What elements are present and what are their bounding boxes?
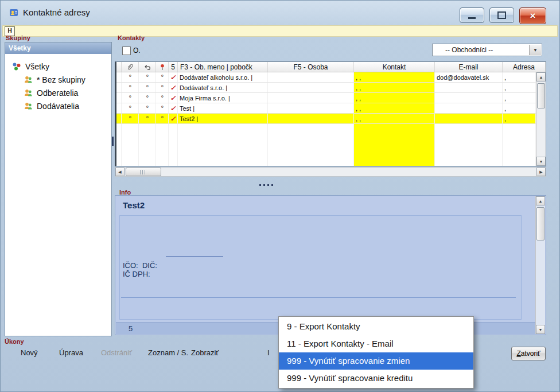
scrollbar-thumb[interactable]: [126, 168, 161, 176]
person-column-header[interactable]: F5 - Osoba: [268, 62, 354, 72]
maximize-button[interactable]: [489, 7, 514, 23]
cell-person: [268, 93, 354, 103]
new-button[interactable]: Nový: [21, 348, 38, 357]
tree-item-dodavatelia[interactable]: Dodávatelia: [5, 99, 111, 112]
titlebar[interactable]: Kontaktné adresy ×: [0, 0, 560, 25]
import-button[interactable]: I: [267, 348, 270, 357]
group-people-icon: [24, 75, 33, 84]
name-column-header[interactable]: F3 - Ob. meno | pobočk: [178, 62, 268, 72]
cell-contact: , ,: [354, 114, 435, 123]
dot-icon: [146, 73, 149, 81]
check-icon: [170, 104, 176, 112]
dot-icon: [146, 94, 149, 102]
tree-root-icon: [12, 62, 22, 71]
empty-rows-area: [116, 124, 536, 166]
scroll-up-icon[interactable]: ▲: [536, 72, 546, 81]
dot-icon: [129, 73, 131, 81]
info-divider-short: [166, 256, 223, 257]
info-vertical-scrollbar[interactable]: ▲ ▼: [535, 196, 545, 334]
menu-item-vynutit-spracovanie-zmien[interactable]: 999 - Vynútiť spracovanie zmien: [279, 352, 473, 370]
app-window: { "window": { "title": "Kontaktné adresy…: [0, 0, 560, 392]
tree-item-label: Odberatelia: [37, 88, 78, 98]
scroll-down-icon[interactable]: ▼: [536, 157, 546, 166]
info-divider-long: [121, 297, 516, 298]
dot-icon: [161, 115, 164, 123]
reply-icon: [143, 63, 151, 71]
table-header: 5 F3 - Ob. meno | pobočk F5 - Osoba Kont…: [116, 62, 546, 72]
table-row[interactable]: Dodávateľ alkoholu s.r.o. | , , dod@doda…: [116, 72, 536, 83]
cell-name: Moja Firma s.r.o. |: [178, 93, 268, 103]
group-people-icon: [24, 102, 33, 111]
cell-person: [268, 83, 354, 92]
dot-icon: [161, 94, 164, 102]
context-menu: 9 - Export Kontakty 11 - Export Kontakty…: [278, 316, 474, 389]
address-column-header[interactable]: Adresa: [503, 62, 546, 72]
panel-splitter-grip[interactable]: [112, 137, 114, 146]
table-vertical-scrollbar[interactable]: ▲ ▼: [536, 72, 546, 166]
close-window-button[interactable]: Zatvoriť: [511, 347, 546, 360]
table-horizontal-scrollbar[interactable]: ◀ ▶: [115, 167, 546, 177]
col5-header[interactable]: 5: [169, 62, 178, 72]
scrollbar-thumb[interactable]: [537, 83, 545, 108]
tree-item-odberatelia[interactable]: Odberatelia: [5, 86, 111, 99]
info-ic-dph: IČ DPH:: [123, 270, 150, 278]
horizontal-splitter-grip[interactable]: [259, 184, 275, 187]
menu-item-export-kontakty-email[interactable]: 11 - Export Kontakty - Email: [279, 335, 473, 352]
dot-icon: [129, 115, 131, 123]
dot-icon: [161, 84, 164, 92]
pin-column-header[interactable]: [156, 62, 169, 72]
info-title: Test2: [123, 200, 145, 210]
attachment-column-header[interactable]: [122, 62, 139, 72]
tree-item-label: Dodávatelia: [37, 102, 79, 111]
table-row[interactable]: Test | , , ,: [116, 103, 536, 114]
check-icon: [170, 94, 176, 102]
table-row[interactable]: Dodávateľ s.r.o. | , , ,: [116, 83, 536, 93]
edit-button[interactable]: Úprava: [59, 348, 83, 357]
groups-header[interactable]: Všetky: [5, 42, 111, 54]
menu-item-vynutit-spracovanie-kreditu[interactable]: 999 - Vynútiť spracovanie kreditu: [279, 370, 473, 387]
table-body: Dodávateľ alkoholu s.r.o. | , , dod@doda…: [116, 72, 536, 166]
dot-icon: [129, 104, 131, 112]
cell-person: [268, 103, 354, 113]
table-row[interactable]: Moja Firma s.r.o. | , , ,: [116, 93, 536, 103]
minimize-button[interactable]: [460, 7, 484, 23]
table-row-selected[interactable]: Test2 | , , ,: [116, 114, 536, 124]
dropdown-value: -- Obchodníci --: [445, 46, 493, 54]
check-icon: [170, 73, 176, 81]
cell-address: ,: [503, 93, 536, 103]
close-icon: ×: [530, 11, 536, 21]
menu-item-export-kontakty[interactable]: 9 - Export Kontakty: [279, 318, 473, 335]
close-button[interactable]: ×: [519, 7, 546, 24]
tree-item-vsetky[interactable]: Všetky: [5, 60, 111, 73]
dot-icon: [129, 84, 131, 92]
paperclip-icon: [126, 63, 134, 71]
show-button[interactable]: Zobraziť: [191, 348, 219, 357]
list-button[interactable]: Zoznam / S.: [148, 348, 188, 357]
chevron-down-icon[interactable]: ▼: [529, 45, 541, 55]
record-count: 5: [129, 324, 133, 333]
minimize-icon: [468, 17, 476, 19]
scroll-down-icon[interactable]: ▼: [536, 325, 545, 334]
dot-icon: [129, 94, 131, 102]
cell-name: Test |: [178, 103, 268, 113]
cell-name: Dodávateľ s.r.o. |: [178, 83, 268, 92]
actions-section-label: Úkony: [5, 338, 24, 345]
o-checkbox[interactable]: [122, 46, 131, 55]
contact-column-header[interactable]: Kontakt: [354, 62, 435, 72]
dot-icon: [161, 73, 164, 81]
tree-item-bez-skupiny[interactable]: * Bez skupiny: [5, 73, 111, 86]
scroll-left-icon[interactable]: ◀: [115, 168, 125, 176]
category-dropdown[interactable]: -- Obchodníci -- ▼: [432, 44, 542, 56]
groups-tree: Všetky * Bez skupiny Odberatelia Dodávat…: [5, 54, 111, 112]
cell-address: ,: [503, 103, 536, 113]
cell-email: dod@dodavatel.sk: [435, 72, 503, 82]
scrollbar-thumb[interactable]: [536, 207, 545, 240]
email-column-header[interactable]: E-mail: [435, 62, 503, 72]
reply-column-header[interactable]: [139, 62, 156, 72]
window-title: Kontaktné adresy: [23, 7, 90, 17]
cell-email: [435, 114, 503, 123]
scroll-up-icon[interactable]: ▲: [536, 196, 545, 205]
gutter-header: [116, 62, 122, 72]
delete-button[interactable]: Odstrániť: [101, 348, 132, 357]
scroll-right-icon[interactable]: ▶: [536, 168, 546, 176]
